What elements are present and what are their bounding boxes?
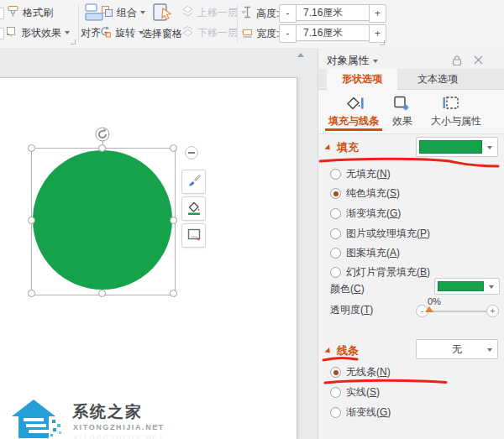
- radio-gradient-fill[interactable]: 渐变填充(G): [330, 206, 401, 221]
- scroll-up-icon[interactable]: [296, 48, 306, 63]
- quick-style-brush-button[interactable]: [181, 170, 206, 194]
- panel-tab-bar: 形状选项 文本选项: [318, 69, 504, 90]
- radio-icon: [330, 267, 341, 278]
- group-label: 组合: [117, 6, 137, 20]
- collapse-quick-tools-button[interactable]: [185, 146, 198, 159]
- chevron-down-icon: [487, 348, 492, 352]
- quick-outline-button[interactable]: [181, 223, 206, 248]
- watermark: 系统之家 XITONGZHIJIA.NET XITONGZHIJIA.NET: [12, 398, 180, 439]
- radio-slide-background-fill[interactable]: 幻灯片背景填充(B): [330, 265, 430, 280]
- transparency-slider-thumb[interactable]: [425, 306, 433, 312]
- chevron-down-icon: [373, 60, 378, 63]
- resize-handle-e[interactable]: [170, 217, 177, 224]
- line-style-value: 无: [452, 342, 462, 357]
- height-decrease-button[interactable]: -: [279, 4, 297, 23]
- rotate-button[interactable]: 旋转: [99, 25, 144, 40]
- resize-handle-sw[interactable]: [28, 290, 35, 297]
- resize-handle-s[interactable]: [98, 290, 106, 297]
- radio-picture-texture-fill[interactable]: 图片或纹理填充(P): [330, 227, 430, 241]
- watermark-logo-icon: [12, 400, 66, 439]
- subtab-fill-line[interactable]: 填充与线条: [323, 114, 384, 128]
- radio-gradient-line[interactable]: 渐变线(G): [330, 405, 391, 420]
- format-painter-label: 格式刷: [23, 6, 53, 20]
- height-input[interactable]: 7.16厘米: [296, 4, 370, 21]
- collapse-triangle-icon: [324, 144, 332, 151]
- chevron-down-icon: [65, 31, 70, 34]
- selection-pane-button[interactable]: 选择窗格: [141, 2, 183, 41]
- fill-color-dropdown[interactable]: [416, 137, 498, 157]
- height-stepper: - 7.16厘米 +: [279, 4, 386, 23]
- width-stepper: - 7.16厘米 +: [279, 24, 386, 43]
- transparency-label: 透明度(T): [330, 303, 373, 317]
- radio-solid-line[interactable]: 实线(S): [330, 385, 380, 400]
- quick-fill-color-button[interactable]: [181, 196, 206, 221]
- selection-pane-icon: [151, 12, 173, 26]
- line-style-dropdown[interactable]: 无: [416, 339, 498, 359]
- width-input[interactable]: 7.16厘米: [296, 24, 370, 41]
- clipped-toolbar-button[interactable]: [0, 28, 4, 39]
- effects-icon: [391, 93, 412, 116]
- ribbon-toolbar: 格式刷 形状效果 对齐 组合: [0, 0, 504, 49]
- radio-icon: [330, 228, 341, 239]
- group-button[interactable]: 组合: [101, 5, 145, 20]
- wps-presentation-window: 格式刷 形状效果 对齐 组合: [0, 0, 504, 439]
- radio-no-line[interactable]: 无线条(N): [330, 365, 391, 379]
- tab-shape-options[interactable]: 形状选项: [327, 69, 397, 90]
- shape-effects-icon: [5, 25, 18, 40]
- send-backward-icon: [181, 25, 194, 40]
- radio-icon: [330, 387, 341, 398]
- size-properties-icon: [441, 93, 461, 116]
- toolbar-separator: [78, 5, 79, 42]
- radio-solid-fill[interactable]: 纯色填充(S): [330, 186, 400, 201]
- width-decrease-button[interactable]: -: [279, 24, 297, 43]
- radio-no-fill[interactable]: 无填充(N): [330, 167, 391, 181]
- radio-icon: [330, 188, 341, 199]
- transparency-increase-button[interactable]: +: [486, 305, 499, 317]
- resize-handle-n[interactable]: [98, 144, 106, 152]
- radio-pattern-fill[interactable]: 图案填充(A): [330, 246, 400, 260]
- rotate-handle[interactable]: [95, 127, 110, 145]
- clipped-toolbar-button[interactable]: [0, 8, 4, 19]
- chevron-down-icon: [487, 146, 492, 149]
- transparency-value: 0%: [428, 296, 441, 306]
- resize-handle-se[interactable]: [170, 290, 177, 297]
- height-field-label: 高度:: [242, 6, 279, 21]
- radio-icon: [330, 248, 341, 259]
- panel-title-dropdown[interactable]: 对象属性: [327, 54, 378, 68]
- height-icon: [242, 6, 253, 21]
- shape-outline-icon: [186, 226, 202, 246]
- collapse-triangle-icon: [324, 347, 332, 354]
- align-label: 对齐: [81, 26, 101, 40]
- close-panel-button[interactable]: [473, 55, 484, 68]
- format-painter-button[interactable]: 格式刷: [7, 5, 53, 20]
- toolbar-separator: [237, 5, 238, 42]
- resize-handle-ne[interactable]: [170, 144, 177, 152]
- color-dropdown[interactable]: [434, 278, 500, 295]
- panel-subtab-bar: 填充与线条 效果 大小与属性: [318, 90, 504, 134]
- subtab-size-properties[interactable]: 大小与属性: [423, 114, 490, 128]
- fill-section-header[interactable]: 填充: [325, 140, 359, 155]
- tab-text-options[interactable]: 文本选项: [401, 69, 475, 90]
- fill-and-line-icon: [344, 93, 365, 116]
- line-section-header[interactable]: 线条: [325, 343, 359, 358]
- watermark-reflection: XITONGZHIJIA.NET: [73, 433, 165, 439]
- dialog-launcher[interactable]: [71, 39, 76, 44]
- transparency-slider-track[interactable]: [430, 311, 486, 312]
- subtab-active-underline: [325, 128, 382, 131]
- shape-effects-button[interactable]: 形状效果: [5, 25, 70, 40]
- resize-handle-w[interactable]: [28, 217, 35, 224]
- radio-icon: [330, 407, 341, 418]
- dialog-launcher[interactable]: [380, 40, 385, 45]
- resize-handle-nw[interactable]: [28, 144, 35, 152]
- slide-canvas-area: 系统之家 XITONGZHIJIA.NET XITONGZHIJIA.NET: [0, 48, 318, 439]
- fill-color-swatch: [419, 140, 482, 154]
- format-painter-icon: [7, 5, 19, 20]
- send-backward-label: 下移一层: [197, 26, 238, 40]
- radio-icon: [330, 367, 341, 378]
- height-increase-button[interactable]: +: [369, 4, 386, 23]
- subtab-effects[interactable]: 效果: [382, 114, 423, 128]
- pin-lock-button[interactable]: [451, 55, 463, 69]
- paint-bucket-icon: [186, 199, 202, 219]
- width-icon: [242, 26, 253, 41]
- watermark-title: 系统之家: [72, 401, 143, 423]
